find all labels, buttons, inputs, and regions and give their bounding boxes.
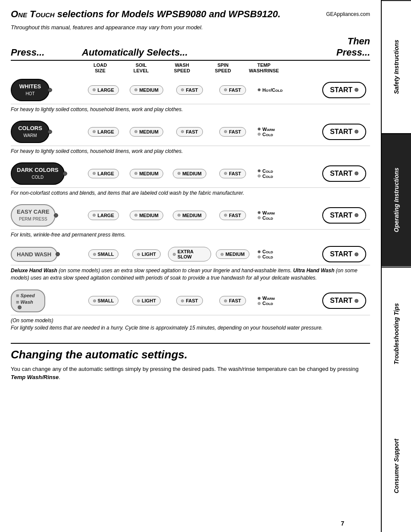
- setting-wash-0-dot: [181, 88, 184, 91]
- start-button-5[interactable]: Start: [322, 292, 366, 309]
- temp-line1-2: Cold: [258, 168, 273, 174]
- setting-wash-3-label: Medium: [182, 213, 202, 218]
- cycle-row-2: Dark ColorsColdLargeMediumMediumFastCold…: [11, 158, 370, 187]
- start-area-4: Start: [318, 246, 370, 262]
- start-button-2[interactable]: Start: [322, 165, 366, 182]
- settings-area-0: LargeMediumFastFastHot/Cold: [82, 85, 318, 95]
- settings-area-4: SmallLightExtra SlowMediumColdCold: [82, 247, 318, 261]
- setting-wash-4-label: Extra Slow: [177, 249, 206, 259]
- setting-spin-4-label: Medium: [225, 252, 245, 257]
- setting-soil-3-dot: [134, 214, 137, 217]
- start-button-1[interactable]: Start: [322, 124, 366, 140]
- cycle-desc-2: For non-colorfast cottons and blends, an…: [11, 188, 370, 200]
- setting-wash-1[interactable]: Fast: [168, 127, 211, 137]
- setting-wash-5[interactable]: Fast: [168, 296, 211, 305]
- setting-load-5-label: Small: [98, 298, 114, 303]
- temp-line2-5: Cold: [258, 301, 273, 306]
- then-press-label: Then Press...: [318, 36, 370, 58]
- sidebar-operating[interactable]: Operating Instructions: [382, 133, 411, 266]
- temp-dot1-1: [258, 128, 261, 131]
- start-dot-2: [355, 171, 358, 175]
- setting-spin-5[interactable]: Fast: [211, 296, 254, 305]
- setting-load-0-dot: [93, 88, 96, 91]
- subtitle: Throughout this manual, features and app…: [11, 24, 370, 31]
- cycle-button-area-4: Hand Wash: [11, 247, 82, 262]
- setting-soil-3[interactable]: Medium: [125, 211, 168, 220]
- setting-spin-1-label: Fast: [229, 129, 241, 134]
- cycle-button-2[interactable]: Dark ColorsCold: [11, 162, 65, 184]
- cycle-button-0[interactable]: WhitesHot: [11, 79, 50, 101]
- cycle-desc-5: (On some models) For lightly soiled item…: [11, 315, 370, 335]
- setting-wash-3-dot: [177, 214, 181, 217]
- setting-soil-1[interactable]: Medium: [125, 127, 168, 137]
- setting-load-0[interactable]: Large: [82, 85, 125, 95]
- temp-line1-5: Warm: [258, 296, 275, 301]
- setting-wash-2-dot: [177, 172, 181, 175]
- setting-load-4[interactable]: Small: [82, 249, 125, 259]
- cycle-block-3: Easy CarePerm PressLargeMediumMediumFast…: [11, 200, 370, 242]
- col-header-soil: SoilLevel: [121, 62, 162, 74]
- setting-load-3-label: Large: [97, 213, 114, 218]
- temp-text1-5: Warm: [262, 296, 275, 301]
- cycle-desc-3: For knits, wrinkle-free and permanent pr…: [11, 230, 370, 242]
- cycle-button-3[interactable]: Easy CarePerm Press: [11, 204, 56, 226]
- setting-load-1[interactable]: Large: [82, 127, 125, 137]
- temp-dot1-5: [258, 297, 261, 300]
- setting-load-4-label: Small: [98, 252, 114, 257]
- speed-wash-button[interactable]: ≡Speed≡Wash: [11, 289, 45, 312]
- start-area-1: Start: [318, 124, 370, 140]
- sidebar-consumer[interactable]: Consumer Support: [382, 400, 411, 532]
- setting-wash-4[interactable]: Extra Slow: [168, 247, 211, 261]
- setting-soil-4[interactable]: Light: [125, 249, 168, 259]
- setting-soil-0[interactable]: Medium: [125, 85, 168, 95]
- setting-soil-3-label: Medium: [139, 213, 159, 218]
- temp-dot2-1: [258, 133, 261, 136]
- setting-spin-3[interactable]: Fast: [211, 211, 254, 220]
- cycle-button-1[interactable]: ColorsWarm: [11, 121, 50, 143]
- setting-spin-3-dot: [224, 214, 227, 217]
- setting-wash-3[interactable]: Medium: [168, 211, 211, 220]
- setting-soil-2[interactable]: Medium: [125, 169, 168, 178]
- temp-text2-2: Cold: [262, 174, 273, 179]
- cycle-button-area-5: ≡Speed≡Wash: [11, 289, 82, 312]
- setting-wash-0[interactable]: Fast: [168, 85, 211, 95]
- start-button-4[interactable]: Start: [322, 246, 366, 262]
- temp-dot2-3: [258, 216, 261, 219]
- sidebar-safety[interactable]: Safety Instructions: [382, 0, 411, 133]
- setting-spin-0[interactable]: Fast: [211, 85, 254, 95]
- start-button-3[interactable]: Start: [322, 207, 366, 224]
- cycle-desc-1: For heavy to lightly soiled cottons, hou…: [11, 146, 370, 159]
- setting-spin-5-label: Fast: [229, 298, 241, 303]
- temp-text2-1: Cold: [262, 132, 273, 137]
- cycle-button-4[interactable]: Hand Wash: [11, 247, 57, 262]
- sidebar-troubleshooting[interactable]: Troubleshooting Tips: [382, 267, 411, 400]
- temp-dot1-0: [258, 88, 261, 91]
- cycle-block-4: Hand WashSmallLightExtra SlowMediumColdC…: [11, 242, 370, 285]
- setting-spin-2[interactable]: Fast: [211, 169, 254, 178]
- cycle-row-0: WhitesHotLargeMediumFastFastHot/ColdStar…: [11, 75, 370, 104]
- setting-load-3[interactable]: Large: [82, 211, 125, 220]
- setting-spin-1[interactable]: Fast: [211, 127, 254, 137]
- start-area-5: Start: [318, 292, 370, 309]
- setting-wash-2[interactable]: Medium: [168, 169, 211, 178]
- setting-load-2[interactable]: Large: [82, 169, 125, 178]
- temp-line1-0: Hot/Cold: [258, 87, 283, 93]
- cycle-dot-4: [56, 252, 60, 256]
- setting-soil-5[interactable]: Light: [125, 296, 168, 305]
- setting-load-0-label: Large: [97, 87, 114, 93]
- setting-wash-2-label: Medium: [182, 171, 202, 176]
- temp-dot1-4: [258, 250, 261, 253]
- setting-wash-5-dot: [181, 299, 184, 302]
- setting-load-5[interactable]: Small: [82, 296, 125, 305]
- temp-text1-4: Cold: [262, 249, 273, 254]
- setting-temp-3: WarmCold: [254, 210, 297, 221]
- setting-spin-3-label: Fast: [229, 213, 241, 218]
- start-button-0[interactable]: Start: [322, 82, 366, 98]
- cycle-button-area-1: ColorsWarm: [11, 121, 82, 143]
- setting-temp-2: ColdCold: [254, 168, 297, 179]
- setting-spin-4[interactable]: Medium: [211, 249, 254, 259]
- setting-soil-0-label: Medium: [139, 87, 159, 93]
- temp-text1-2: Cold: [262, 168, 273, 174]
- setting-wash-5-label: Fast: [186, 298, 198, 303]
- setting-spin-2-label: Fast: [229, 171, 241, 176]
